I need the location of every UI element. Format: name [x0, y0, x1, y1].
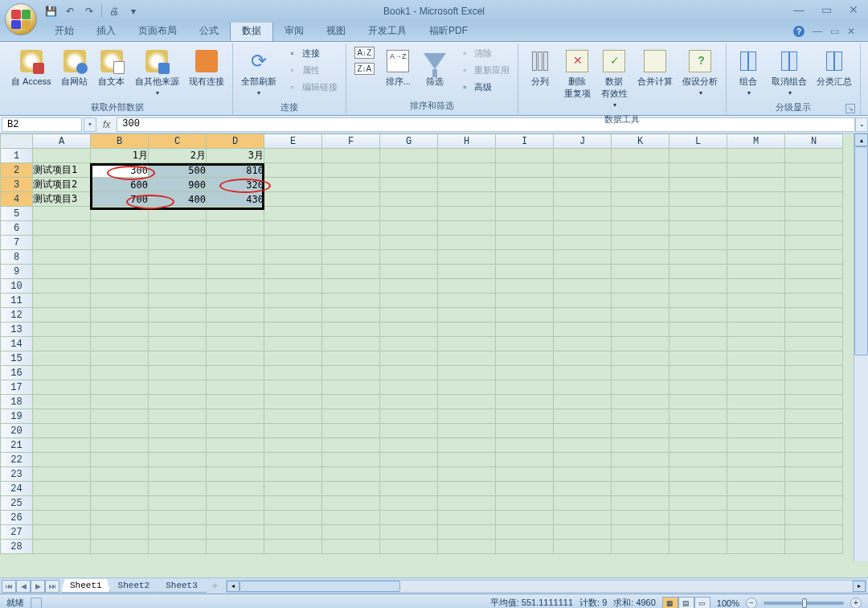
cell-I4[interactable]: [496, 192, 554, 207]
col-header-I[interactable]: I: [496, 134, 554, 149]
cell-J20[interactable]: [554, 424, 612, 438]
office-button[interactable]: [5, 3, 37, 35]
cell-E16[interactable]: [264, 366, 322, 380]
cell-F21[interactable]: [322, 438, 380, 453]
cell-N28[interactable]: [785, 540, 843, 554]
cell-K15[interactable]: [612, 351, 669, 366]
cell-M5[interactable]: [727, 207, 785, 221]
cell-C18[interactable]: [149, 395, 207, 409]
ribbon-btn-0-3[interactable]: 自其他来源▾: [132, 45, 182, 100]
cell-E11[interactable]: [264, 294, 322, 308]
cell-A20[interactable]: [33, 424, 91, 438]
cell-K22[interactable]: [612, 453, 669, 467]
ribbon-btn-2-3[interactable]: 筛选: [418, 45, 452, 91]
close-button[interactable]: ✕: [847, 3, 860, 16]
name-box-dropdown[interactable]: ▾: [84, 117, 96, 132]
ribbon-tab-3[interactable]: 公式: [188, 21, 230, 41]
cell-C28[interactable]: [149, 540, 207, 554]
cell-E15[interactable]: [264, 351, 322, 366]
cell-K12[interactable]: [612, 308, 669, 322]
cell-G28[interactable]: [380, 540, 438, 554]
ribbon-btn-4-2[interactable]: 分类汇总: [813, 45, 855, 91]
cell-A19[interactable]: [33, 409, 91, 424]
cell-M4[interactable]: [727, 192, 785, 207]
ribbon-btn-0-1[interactable]: 自网站: [58, 45, 92, 91]
cell-E24[interactable]: [264, 482, 322, 496]
cell-D12[interactable]: [207, 308, 264, 322]
col-header-N[interactable]: N: [785, 134, 843, 149]
cell-C24[interactable]: [149, 482, 207, 496]
cell-J22[interactable]: [554, 453, 612, 467]
cell-D23[interactable]: [207, 467, 264, 482]
col-header-D[interactable]: D: [207, 134, 264, 149]
cell-H23[interactable]: [438, 467, 496, 482]
cell-J9[interactable]: [554, 265, 612, 279]
ribbon-btn-0-0[interactable]: 自 Access: [8, 45, 55, 91]
cell-M11[interactable]: [727, 294, 785, 308]
cell-H24[interactable]: [438, 482, 496, 496]
cell-F2[interactable]: [322, 163, 380, 178]
cell-G27[interactable]: [380, 525, 438, 540]
cell-A3[interactable]: 测试项目2: [33, 178, 91, 192]
sheet-tab-Sheet1[interactable]: Sheet1: [61, 579, 111, 593]
row-header-4[interactable]: 4: [1, 192, 33, 207]
cell-M18[interactable]: [727, 395, 785, 409]
cell-J21[interactable]: [554, 438, 612, 453]
cell-N18[interactable]: [785, 395, 843, 409]
cell-L5[interactable]: [669, 207, 727, 221]
cell-N1[interactable]: [785, 149, 843, 163]
cell-L19[interactable]: [669, 409, 727, 424]
cell-A13[interactable]: [33, 322, 91, 337]
cell-N9[interactable]: [785, 265, 843, 279]
cell-J14[interactable]: [554, 337, 612, 351]
cell-I13[interactable]: [496, 322, 554, 337]
cell-C11[interactable]: [149, 294, 207, 308]
cell-M17[interactable]: [727, 380, 785, 395]
horizontal-scrollbar[interactable]: ◂ ▸: [226, 580, 866, 593]
cell-G22[interactable]: [380, 453, 438, 467]
cell-F22[interactable]: [322, 453, 380, 467]
cell-I5[interactable]: [496, 207, 554, 221]
formula-expand-icon[interactable]: ⌄: [855, 117, 868, 132]
cell-M1[interactable]: [727, 149, 785, 163]
row-header-10[interactable]: 10: [1, 279, 33, 294]
cell-L24[interactable]: [669, 482, 727, 496]
cell-N7[interactable]: [785, 236, 843, 250]
cell-L18[interactable]: [669, 395, 727, 409]
cell-H27[interactable]: [438, 525, 496, 540]
cell-L9[interactable]: [669, 265, 727, 279]
cell-H28[interactable]: [438, 540, 496, 554]
cell-N12[interactable]: [785, 308, 843, 322]
cell-G2[interactable]: [380, 163, 438, 178]
cell-B8[interactable]: [91, 250, 149, 265]
cell-M23[interactable]: [727, 467, 785, 482]
cell-G25[interactable]: [380, 496, 438, 511]
cell-D11[interactable]: [207, 294, 264, 308]
cell-A14[interactable]: [33, 337, 91, 351]
cell-C7[interactable]: [149, 236, 207, 250]
cell-D25[interactable]: [207, 496, 264, 511]
cell-B2[interactable]: 300: [91, 163, 149, 178]
col-header-M[interactable]: M: [727, 134, 785, 149]
cell-K17[interactable]: [612, 380, 669, 395]
cell-C19[interactable]: [149, 409, 207, 424]
ribbon-tab-4[interactable]: 数据: [230, 20, 273, 41]
cell-F8[interactable]: [322, 250, 380, 265]
cell-F27[interactable]: [322, 525, 380, 540]
cell-D16[interactable]: [207, 366, 264, 380]
cell-N23[interactable]: [785, 467, 843, 482]
cell-H3[interactable]: [438, 178, 496, 192]
insert-sheet-icon[interactable]: ✧: [205, 580, 224, 593]
cell-M10[interactable]: [727, 279, 785, 294]
cell-I12[interactable]: [496, 308, 554, 322]
row-header-1[interactable]: 1: [1, 149, 33, 163]
cell-B28[interactable]: [91, 540, 149, 554]
cell-D3[interactable]: 320: [207, 178, 264, 192]
cell-L14[interactable]: [669, 337, 727, 351]
cell-A7[interactable]: [33, 236, 91, 250]
cell-B5[interactable]: [91, 207, 149, 221]
cell-C6[interactable]: [149, 221, 207, 236]
cell-A11[interactable]: [33, 294, 91, 308]
cell-H4[interactable]: [438, 192, 496, 207]
cell-I16[interactable]: [496, 366, 554, 380]
